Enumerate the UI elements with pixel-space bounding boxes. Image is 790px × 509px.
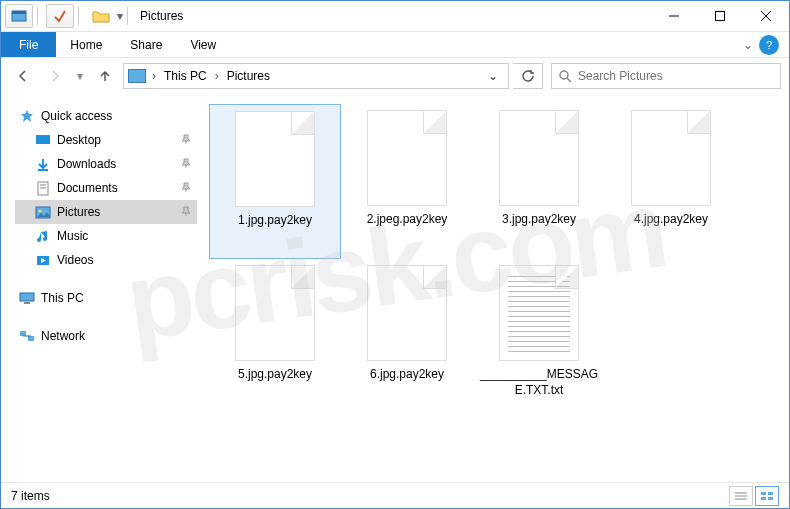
file-thumbnail-icon [235,111,315,207]
svg-rect-25 [768,492,773,495]
sidebar-item-label: Pictures [57,205,100,219]
search-input[interactable]: Search Pictures [551,63,781,89]
sidebar-item-label: Desktop [57,133,101,147]
svg-rect-24 [761,492,766,495]
network-item[interactable]: Network [15,324,197,348]
window-controls [651,1,789,31]
sidebar-item-documents[interactable]: Documents [15,176,197,200]
network-label: Network [41,329,85,343]
sidebar-item-label: Videos [57,253,93,267]
file-item[interactable]: __________MESSAGE.TXT.txt [473,259,605,414]
breadcrumb-item[interactable]: Pictures [225,69,272,83]
recent-dropdown-icon[interactable]: ▾ [73,62,87,90]
search-placeholder: Search Pictures [578,69,663,83]
file-thumbnail-icon [499,110,579,206]
up-button[interactable] [91,62,119,90]
forward-button[interactable] [41,62,69,90]
file-item[interactable]: 1.jpg.pay2key [209,104,341,259]
svg-rect-18 [20,331,26,336]
file-item[interactable]: 4.jpg.pay2key [605,104,737,259]
file-name: 3.jpg.pay2key [502,212,576,228]
svg-rect-17 [24,302,30,304]
file-name: 6.jpg.pay2key [370,367,444,383]
status-bar: 7 items [1,482,789,508]
qat-explorer-icon[interactable] [5,4,33,28]
desktop-icon [35,132,51,148]
svg-rect-26 [761,497,766,500]
svg-line-7 [567,78,571,82]
qat-dropdown-icon[interactable]: ▾ [117,9,123,23]
quick-access-group[interactable]: Quick access [15,104,197,128]
sidebar-item-desktop[interactable]: Desktop [15,128,197,152]
search-icon [558,69,572,83]
file-name: 4.jpg.pay2key [634,212,708,228]
breadcrumb[interactable]: › This PC › Pictures ⌄ [123,63,509,89]
file-item[interactable]: 3.jpg.pay2key [473,104,605,259]
sidebar-item-label: Music [57,229,88,243]
file-thumbnail-icon [235,265,315,361]
file-name: 2.jpeg.pay2key [367,212,448,228]
file-thumbnail-icon [367,265,447,361]
file-tab[interactable]: File [1,32,56,57]
file-thumbnail-icon [367,110,447,206]
svg-point-6 [560,71,568,79]
details-view-button[interactable] [729,486,753,506]
file-item[interactable]: 6.jpg.pay2key [341,259,473,414]
ribbon-expand-icon[interactable]: ⌄ [743,38,753,52]
svg-point-14 [39,209,42,212]
svg-rect-16 [20,293,34,301]
help-icon[interactable]: ? [759,35,779,55]
file-thumbnail-icon [499,265,579,361]
pin-icon [181,134,191,146]
file-name: __________MESSAGE.TXT.txt [479,367,599,398]
content-area: Quick access DesktopDownloadsDocumentsPi… [1,94,789,480]
thumbnails-view-button[interactable] [755,486,779,506]
svg-rect-27 [768,497,773,500]
file-item[interactable]: 5.jpg.pay2key [209,259,341,414]
pin-icon [181,206,191,218]
back-button[interactable] [9,62,37,90]
close-button[interactable] [743,1,789,31]
quick-access-toolbar: ▾ [1,1,123,31]
svg-rect-1 [12,11,26,14]
navigation-pane: Quick access DesktopDownloadsDocumentsPi… [1,94,201,480]
tab-view[interactable]: View [176,32,230,57]
title-bar: ▾ Pictures [1,1,789,32]
address-bar-row: ▾ › This PC › Pictures ⌄ Search Pictures [1,58,789,94]
tab-share[interactable]: Share [116,32,176,57]
sidebar-item-videos[interactable]: Videos [15,248,197,272]
file-name: 5.jpg.pay2key [238,367,312,383]
sidebar-item-downloads[interactable]: Downloads [15,152,197,176]
pin-icon [181,182,191,194]
item-count: 7 items [11,489,50,503]
svg-rect-8 [36,135,50,144]
qat-folder-icon[interactable] [87,4,115,28]
file-item[interactable]: 2.jpeg.pay2key [341,104,473,259]
breadcrumb-drop-icon[interactable]: ⌄ [482,69,504,83]
pin-icon [181,158,191,170]
pc-icon [19,290,35,306]
this-pc-label: This PC [41,291,84,305]
chevron-right-icon[interactable]: › [211,69,223,83]
file-list[interactable]: 1.jpg.pay2key2.jpeg.pay2key3.jpg.pay2key… [201,94,789,480]
qat-properties-icon[interactable] [46,4,74,28]
sidebar-item-pictures[interactable]: Pictures [15,200,197,224]
network-icon [19,328,35,344]
svg-rect-3 [716,12,725,21]
this-pc-item[interactable]: This PC [15,286,197,310]
breadcrumb-item[interactable]: This PC [162,69,209,83]
sidebar-item-label: Documents [57,181,118,195]
refresh-button[interactable] [513,63,543,89]
videos-icon [35,252,51,268]
sidebar-item-music[interactable]: Music [15,224,197,248]
tab-home[interactable]: Home [56,32,116,57]
ribbon-tabs: File Home Share View ⌄ ? [1,32,789,58]
quick-access-label: Quick access [41,109,112,123]
chevron-right-icon[interactable]: › [148,69,160,83]
downloads-icon [35,156,51,172]
star-icon [19,108,35,124]
sidebar-item-label: Downloads [57,157,116,171]
minimize-button[interactable] [651,1,697,31]
pictures-folder-icon [128,69,146,83]
maximize-button[interactable] [697,1,743,31]
